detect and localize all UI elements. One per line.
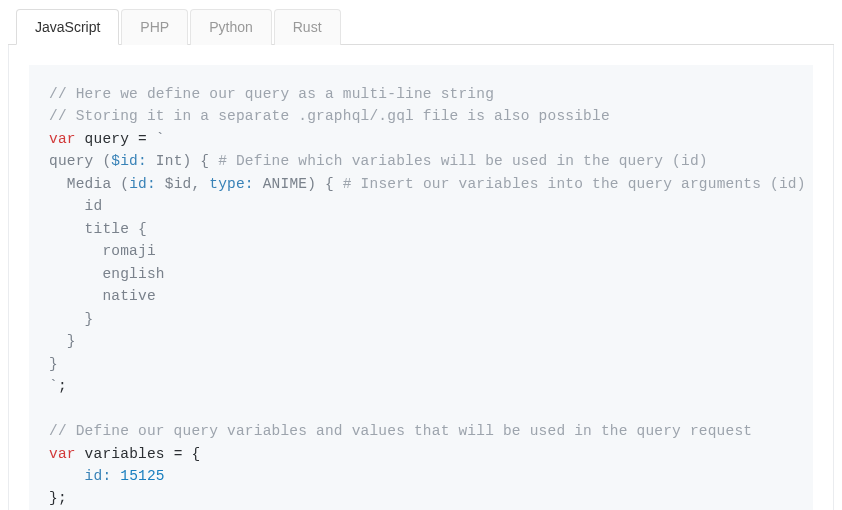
tab-bar: JavaScript PHP Python Rust — [8, 8, 834, 45]
code-string: title { — [49, 221, 147, 237]
code-string: native — [49, 288, 156, 304]
code-attr: id: — [85, 468, 112, 484]
code-comment: # Define which variables will be used in… — [218, 153, 708, 169]
code-string: Int) { — [147, 153, 218, 169]
code-string: ANIME) { — [254, 176, 343, 192]
code-keyword: var — [49, 446, 76, 462]
code-comment: // Define our query variables and values… — [49, 423, 752, 439]
code-indent — [49, 468, 85, 484]
code-attr: $id: — [111, 153, 147, 169]
code-string: } — [49, 311, 94, 327]
code-comment: # Insert our variables into the query ar… — [343, 176, 813, 192]
tab-python[interactable]: Python — [190, 9, 272, 45]
code-text: query — [76, 131, 138, 147]
code-block-javascript: // Here we define our query as a multi-l… — [29, 65, 813, 510]
code-string: query ( — [49, 153, 111, 169]
code-string: romaji — [49, 243, 156, 259]
code-comment: // Storing it in a separate .graphql/.gq… — [49, 108, 610, 124]
tab-javascript[interactable]: JavaScript — [16, 9, 119, 45]
code-string: $id, — [156, 176, 209, 192]
code-string: Media ( — [49, 176, 129, 192]
code-attr: type: — [209, 176, 254, 192]
code-punc: = { — [174, 446, 201, 462]
code-comment: // Here we define our query as a multi-l… — [49, 86, 494, 102]
tab-rust[interactable]: Rust — [274, 9, 341, 45]
code-string: english — [49, 266, 165, 282]
code-punc: }; — [49, 490, 67, 506]
code-string: } — [49, 356, 58, 372]
code-punc: ; — [58, 378, 67, 394]
code-string: id — [49, 198, 102, 214]
code-punc: = — [138, 131, 156, 147]
code-string: ` — [156, 131, 165, 147]
code-keyword: var — [49, 131, 76, 147]
code-string: ` — [49, 378, 58, 394]
code-text: variables — [76, 446, 174, 462]
tab-content: // Here we define our query as a multi-l… — [8, 45, 834, 510]
code-number: 15125 — [111, 468, 164, 484]
code-attr: id: — [129, 176, 156, 192]
tab-php[interactable]: PHP — [121, 9, 188, 45]
code-string: } — [49, 333, 76, 349]
